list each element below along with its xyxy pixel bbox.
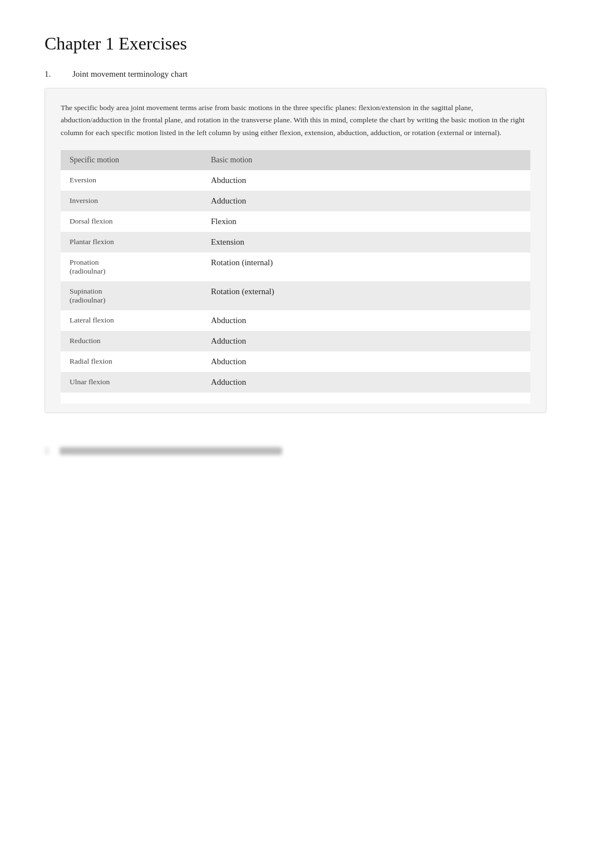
card-description: The specific body area joint movement te… [61, 102, 530, 139]
chapter-title: Chapter 1 Exercises [45, 33, 546, 54]
basic-motion-cell: Abduction [194, 170, 530, 191]
specific-motion-cell: Supination(radioulnar) [61, 281, 194, 310]
specific-motion-cell: Plantar flexion [61, 232, 194, 252]
specific-motion-cell: Pronation(radioulnar) [61, 252, 194, 281]
exercise-1-text: Joint movement terminology chart [72, 70, 188, 79]
exercise-1: 1. Joint movement terminology chart The … [45, 70, 546, 413]
blurred-number: 2. [45, 447, 51, 455]
exercise-1-card: The specific body area joint movement te… [45, 88, 546, 413]
blurred-bar [60, 447, 282, 455]
basic-motion-cell: Abduction [194, 310, 530, 331]
table-body: EversionAbductionInversionAdductionDorsa… [61, 170, 530, 404]
exercise-1-number: 1. [45, 70, 61, 79]
table-row: Pronation(radioulnar)Rotation (internal) [61, 252, 530, 281]
basic-motion-cell: Rotation (external) [194, 281, 530, 310]
table-row: Lateral flexionAbduction [61, 310, 530, 331]
col-specific-header: Specific motion [61, 150, 194, 170]
specific-motion-cell: Radial flexion [61, 351, 194, 372]
basic-motion-cell: Flexion [194, 211, 530, 232]
basic-motion-cell: Abduction [194, 351, 530, 372]
table-row: Radial flexionAbduction [61, 351, 530, 372]
basic-motion-cell [194, 393, 530, 404]
table-row: ReductionAdduction [61, 331, 530, 351]
exercise-1-label: 1. Joint movement terminology chart [45, 70, 546, 79]
table-row [61, 393, 530, 404]
specific-motion-cell: Ulnar flexion [61, 372, 194, 393]
specific-motion-cell: Inversion [61, 191, 194, 211]
basic-motion-cell: Extension [194, 232, 530, 252]
table-row: InversionAdduction [61, 191, 530, 211]
blurred-exercise-2: 2. [45, 447, 546, 455]
basic-motion-cell: Rotation (internal) [194, 252, 530, 281]
specific-motion-cell: Lateral flexion [61, 310, 194, 331]
basic-motion-cell: Adduction [194, 331, 530, 351]
blurred-line: 2. [45, 447, 546, 455]
specific-motion-cell: Eversion [61, 170, 194, 191]
basic-motion-cell: Adduction [194, 191, 530, 211]
table-header-row: Specific motion Basic motion [61, 150, 530, 170]
specific-motion-cell: Dorsal flexion [61, 211, 194, 232]
table-row: Dorsal flexionFlexion [61, 211, 530, 232]
motion-table: Specific motion Basic motion EversionAbd… [61, 150, 530, 404]
specific-motion-cell: Reduction [61, 331, 194, 351]
specific-motion-cell [61, 393, 194, 404]
table-row: EversionAbduction [61, 170, 530, 191]
table-header: Specific motion Basic motion [61, 150, 530, 170]
basic-motion-cell: Adduction [194, 372, 530, 393]
table-row: Ulnar flexionAdduction [61, 372, 530, 393]
table-row: Plantar flexionExtension [61, 232, 530, 252]
col-basic-header: Basic motion [194, 150, 530, 170]
table-row: Supination(radioulnar)Rotation (external… [61, 281, 530, 310]
